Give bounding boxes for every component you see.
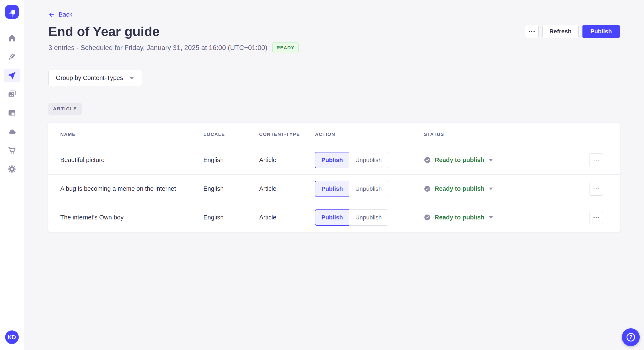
status-badge: READY [272, 42, 298, 53]
app-logo[interactable] [0, 0, 24, 24]
caret-down-icon [488, 216, 494, 219]
column-header-name: NAME [60, 132, 204, 137]
action-toggle: Publish Unpublish [315, 209, 424, 226]
check-circle-icon [424, 157, 431, 164]
ellipsis-icon [593, 159, 599, 161]
caret-down-icon [488, 187, 494, 190]
release-more-button[interactable] [525, 25, 538, 38]
column-header-status: STATUS [424, 132, 589, 137]
sidebar-item-content-manager[interactable] [4, 50, 20, 64]
ellipsis-icon [593, 217, 599, 218]
sidebar-item-settings[interactable] [4, 162, 20, 176]
row-publish-option[interactable]: Publish [315, 181, 349, 197]
sidebar-item-releases[interactable] [4, 69, 20, 82]
table-row: A bug is becoming a meme on the internet… [48, 174, 620, 203]
entry-name: A bug is becoming a meme on the internet [60, 185, 204, 192]
gear-icon [8, 165, 16, 174]
cloud-icon [8, 127, 16, 136]
entry-status-label: Ready to publish [435, 157, 484, 164]
entry-locale: English [204, 185, 259, 192]
sidebar-item-cloud[interactable] [4, 125, 20, 138]
entry-status-dropdown[interactable]: Ready to publish [424, 214, 589, 221]
chevron-down-icon [129, 76, 134, 80]
caret-down-icon [488, 159, 494, 162]
sidebar-item-media-library[interactable] [4, 87, 20, 101]
back-link[interactable]: Back [48, 11, 72, 18]
release-subtitle: 3 entries - Scheduled for Friday, Januar… [48, 44, 267, 52]
layout-icon [8, 108, 16, 117]
entry-locale: English [204, 157, 259, 164]
column-header-action: ACTION [315, 132, 424, 137]
group-by-value: Group by Content-Types [56, 74, 123, 81]
table-row: Beautiful picture English Article Publis… [48, 146, 620, 174]
entry-name: Beautiful picture [60, 157, 204, 164]
release-meta: 3 entries - Scheduled for Friday, Januar… [48, 42, 620, 53]
action-toggle: Publish Unpublish [315, 152, 424, 168]
home-icon [8, 34, 16, 42]
sidebar-nav [4, 24, 20, 176]
table-header-row: NAME LOCALE CONTENT-TYPE ACTION STATUS [48, 123, 620, 146]
column-header-content-type: CONTENT-TYPE [259, 132, 315, 137]
row-unpublish-option[interactable]: Unpublish [349, 152, 388, 168]
entries-table-card: NAME LOCALE CONTENT-TYPE ACTION STATUS B… [48, 123, 620, 232]
entry-content-type: Article [259, 185, 315, 192]
entry-status-dropdown[interactable]: Ready to publish [424, 185, 589, 192]
row-publish-option[interactable]: Publish [315, 209, 349, 226]
table-row: The internet's Own boy English Article P… [48, 203, 620, 232]
publish-release-button[interactable]: Publish [582, 25, 620, 38]
entry-content-type: Article [259, 157, 315, 164]
content-type-group-badge: ARTICLE [48, 103, 82, 115]
row-unpublish-option[interactable]: Unpublish [349, 181, 388, 197]
check-circle-icon [424, 185, 431, 192]
row-more-button[interactable] [589, 211, 603, 224]
page-title: End of Year guide [48, 24, 160, 39]
main-content: Back End of Year guide Refresh Publish 3… [24, 0, 644, 350]
row-publish-option[interactable]: Publish [315, 152, 349, 168]
action-toggle: Publish Unpublish [315, 181, 424, 197]
row-more-button[interactable] [589, 182, 603, 196]
user-avatar[interactable]: KD [5, 331, 19, 344]
ellipsis-icon [593, 188, 599, 190]
question-mark-icon: ? [626, 333, 635, 342]
entry-status-dropdown[interactable]: Ready to publish [424, 157, 589, 164]
entry-name: The internet's Own boy [60, 214, 204, 221]
refresh-button[interactable]: Refresh [542, 25, 578, 38]
sidebar: KD [0, 0, 24, 350]
row-unpublish-option[interactable]: Unpublish [349, 209, 388, 226]
entry-content-type: Article [259, 214, 315, 221]
page-header: End of Year guide Refresh Publish [48, 24, 620, 39]
entry-status-label: Ready to publish [435, 185, 484, 192]
media-library-icon [8, 90, 16, 99]
column-header-locale: LOCALE [204, 132, 259, 137]
sidebar-item-marketplace[interactable] [4, 144, 20, 157]
entry-locale: English [204, 214, 259, 221]
header-actions: Refresh Publish [525, 25, 620, 38]
check-circle-icon [424, 214, 431, 221]
arrow-left-icon [48, 11, 55, 18]
paper-plane-icon [8, 71, 16, 80]
group-by-select[interactable]: Group by Content-Types [48, 70, 142, 86]
back-label: Back [58, 11, 72, 18]
row-more-button[interactable] [589, 153, 603, 167]
shopping-cart-icon [8, 146, 16, 155]
strapi-logo-icon [5, 5, 19, 19]
sidebar-item-home[interactable] [4, 31, 20, 45]
entry-status-label: Ready to publish [435, 214, 484, 221]
help-button[interactable]: ? [622, 328, 640, 346]
sidebar-item-content-type-builder[interactable] [4, 106, 20, 120]
ellipsis-icon [528, 31, 535, 32]
feather-icon [8, 52, 16, 61]
